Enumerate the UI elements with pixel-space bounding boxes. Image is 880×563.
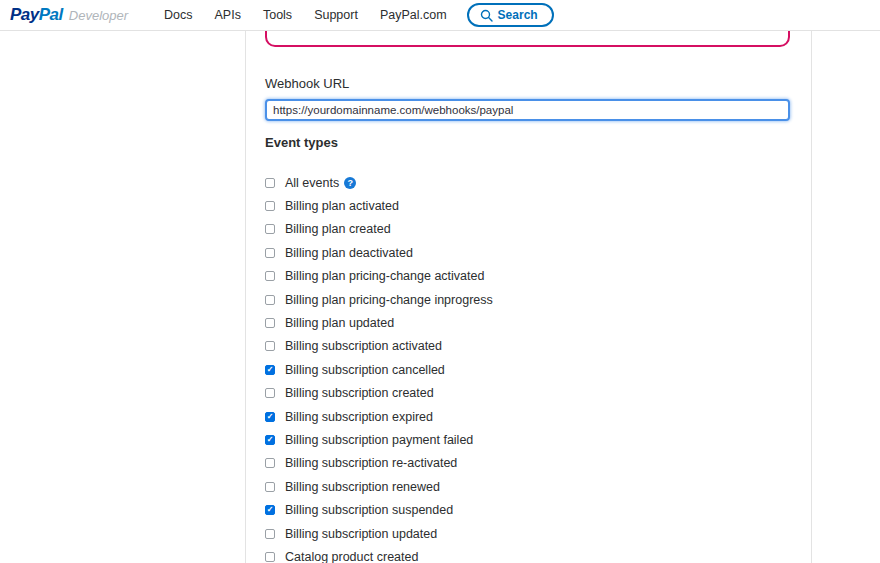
event-type-checkbox[interactable] [265,388,275,398]
clipped-pink-bordered-box [265,31,790,47]
event-type-checkbox[interactable] [265,248,275,258]
logo-pay: Pay [10,5,39,25]
search-button[interactable]: Search [467,3,554,27]
help-icon[interactable] [344,177,356,189]
event-type-row[interactable]: Billing subscription activated [265,335,790,358]
event-type-label: Billing subscription suspended [285,503,453,517]
event-types-label: Event types [265,135,790,150]
logo-pal: Pal [39,5,63,25]
event-type-label: Billing subscription expired [285,410,433,424]
event-type-checkbox[interactable] [265,458,275,468]
event-type-checkbox[interactable] [265,271,275,281]
nav-item-tools[interactable]: Tools [263,8,292,22]
event-type-label: Billing subscription re-activated [285,456,457,470]
event-type-row[interactable]: Billing plan updated [265,311,790,334]
event-type-label: Billing subscription cancelled [285,363,445,377]
webhook-url-input[interactable] [265,99,790,121]
event-type-label: Billing subscription updated [285,527,437,541]
event-type-label: Billing plan activated [285,199,399,213]
event-type-label: Billing plan deactivated [285,246,413,260]
event-type-row[interactable]: Billing subscription payment failed [265,428,790,451]
event-type-checkbox[interactable] [265,224,275,234]
event-type-row[interactable]: Billing subscription suspended [265,498,790,521]
event-type-row[interactable]: Billing plan deactivated [265,241,790,264]
event-type-row[interactable]: Billing plan created [265,218,790,241]
primary-nav: Docs APIs Tools Support PayPal.com [164,8,447,22]
event-type-row[interactable]: All events [265,171,790,194]
event-type-row[interactable]: Billing subscription created [265,382,790,405]
event-type-row[interactable]: Billing plan pricing-change activated [265,265,790,288]
event-type-row[interactable]: Billing subscription re-activated [265,452,790,475]
logo-developer: Developer [69,8,128,23]
event-type-label: Catalog product created [285,550,418,563]
event-type-checkbox[interactable] [265,482,275,492]
event-type-label: Billing plan updated [285,316,394,330]
event-type-row[interactable]: Billing subscription renewed [265,475,790,498]
event-type-checkbox[interactable] [265,318,275,328]
event-type-checkbox[interactable] [265,412,275,422]
event-type-row[interactable]: Billing plan activated [265,194,790,217]
paypal-developer-logo[interactable]: PayPal Developer [10,5,128,25]
event-type-checkbox[interactable] [265,505,275,515]
event-type-row[interactable]: Billing subscription updated [265,522,790,545]
event-type-row[interactable]: Catalog product created [265,545,790,563]
top-nav-bar: PayPal Developer Docs APIs Tools Support… [0,0,880,31]
event-type-checkbox[interactable] [265,365,275,375]
event-type-checkbox[interactable] [265,552,275,562]
search-button-label: Search [498,8,538,22]
event-type-label: Billing plan created [285,222,391,236]
event-type-label: Billing subscription created [285,386,434,400]
nav-item-docs[interactable]: Docs [164,8,192,22]
event-type-label: Billing subscription activated [285,339,442,353]
event-type-label: Billing subscription payment failed [285,433,473,447]
nav-item-apis[interactable]: APIs [215,8,241,22]
event-type-label: All events [285,176,339,190]
event-type-checkbox[interactable] [265,178,275,188]
event-type-checkbox[interactable] [265,295,275,305]
event-type-row[interactable]: Billing subscription cancelled [265,358,790,381]
webhook-form-panel: Webhook URL Event types All events Billi… [245,31,812,563]
event-types-list: All events Billing plan activated Billin… [265,171,790,563]
event-type-row[interactable]: Billing plan pricing-change inprogress [265,288,790,311]
search-icon [480,9,493,22]
event-type-label: Billing plan pricing-change inprogress [285,293,493,307]
event-type-label: Billing plan pricing-change activated [285,269,484,283]
event-type-checkbox[interactable] [265,435,275,445]
event-type-checkbox[interactable] [265,529,275,539]
nav-item-paypal-com[interactable]: PayPal.com [380,8,447,22]
event-type-checkbox[interactable] [265,341,275,351]
event-type-checkbox[interactable] [265,201,275,211]
nav-item-support[interactable]: Support [314,8,358,22]
event-type-label: Billing subscription renewed [285,480,440,494]
webhook-url-label: Webhook URL [265,76,790,91]
event-type-row[interactable]: Billing subscription expired [265,405,790,428]
